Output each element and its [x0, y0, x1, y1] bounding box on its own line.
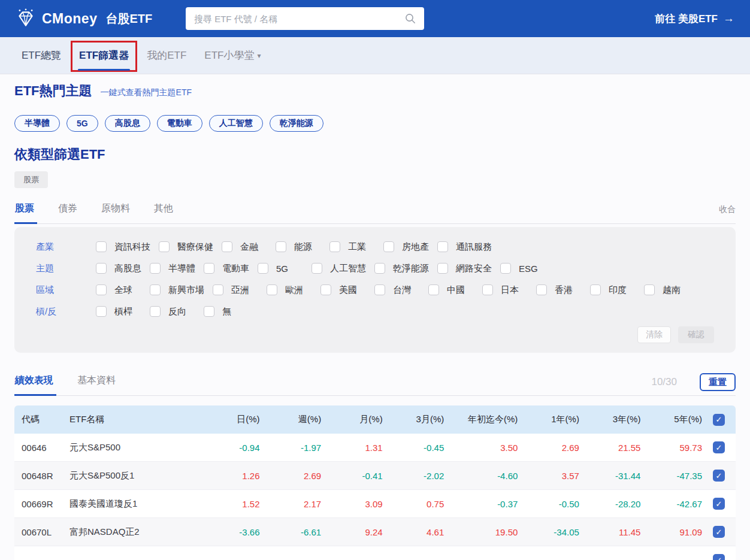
topic-button[interactable]: 人工智慧 — [209, 115, 263, 132]
tab-stock[interactable]: 股票 — [14, 199, 35, 223]
tab-commodity[interactable]: 原物料 — [101, 199, 131, 223]
row-checkbox-checked[interactable]: ✓ — [713, 554, 725, 560]
checkbox-unchecked[interactable] — [437, 241, 448, 252]
nav-item-etf-screener[interactable]: ETF篩選器 — [79, 37, 129, 74]
topic-button[interactable]: 電動車 — [157, 115, 202, 132]
filter-option[interactable]: 無 — [204, 304, 249, 319]
main-content: ETF熱門主題 一鍵式查看熱門主題ETF 半導體5G高股息電動車人工智慧乾淨能源… — [0, 74, 750, 560]
filter-option[interactable]: 能源 — [276, 239, 321, 255]
search-icon[interactable] — [405, 13, 416, 24]
table-row[interactable]: 00670L富邦NASDAQ正2-3.66-6.619.244.6119.50-… — [14, 518, 736, 546]
filter-option[interactable]: 乾淨能源 — [374, 261, 429, 276]
checkbox-unchecked[interactable] — [96, 284, 107, 295]
filter-option[interactable]: 反向 — [150, 304, 195, 319]
reset-button[interactable]: 重置 — [700, 373, 736, 391]
filter-option[interactable]: 電動車 — [204, 261, 249, 276]
checkbox-unchecked[interactable] — [428, 284, 439, 295]
checkbox-unchecked[interactable] — [150, 263, 161, 274]
checkbox-unchecked[interactable] — [500, 263, 511, 274]
collapse-toggle[interactable]: 收合 — [719, 204, 736, 223]
filter-option[interactable]: 香港 — [536, 282, 582, 298]
cell-value: 59.73 — [640, 443, 702, 453]
checkbox-unchecked[interactable] — [320, 284, 331, 295]
checkbox-unchecked[interactable] — [150, 284, 161, 295]
filter-option[interactable]: 美國 — [320, 282, 366, 298]
checkbox-unchecked[interactable] — [267, 284, 277, 295]
filter-option[interactable]: 印度 — [590, 282, 636, 298]
filter-option[interactable]: 台灣 — [374, 282, 420, 298]
checkbox-unchecked[interactable] — [204, 263, 214, 274]
checkbox-unchecked[interactable] — [213, 284, 223, 295]
selected-type-chip[interactable]: 股票 — [14, 171, 48, 188]
brand-name: CMoney — [42, 11, 97, 27]
filter-option[interactable]: 網路安全 — [437, 261, 492, 276]
tab-bond[interactable]: 債券 — [58, 199, 78, 223]
filter-option[interactable]: 歐洲 — [267, 282, 312, 298]
nav-item-etf-school[interactable]: ETF小學堂▾ — [204, 37, 261, 74]
filter-option[interactable]: 人工智慧 — [312, 261, 366, 276]
filter-option[interactable]: ESG — [500, 261, 546, 276]
filter-option[interactable]: 資訊科技 — [96, 239, 150, 255]
checkbox-unchecked[interactable] — [482, 284, 493, 295]
header-checkbox-checked[interactable]: ✓ — [713, 414, 725, 426]
topic-button[interactable]: 乾淨能源 — [270, 115, 323, 132]
filter-option[interactable]: 亞洲 — [213, 282, 258, 298]
row-checkbox-checked[interactable]: ✓ — [713, 498, 725, 510]
filter-option[interactable]: 醫療保健 — [159, 239, 213, 255]
checkbox-unchecked[interactable] — [312, 263, 322, 274]
filter-option-label: 新興市場 — [168, 284, 204, 296]
checkbox-unchecked[interactable] — [258, 263, 268, 274]
filter-option[interactable]: 中國 — [428, 282, 474, 298]
filter-option[interactable]: 通訊服務 — [437, 239, 492, 255]
checkbox-unchecked[interactable] — [590, 284, 601, 295]
go-to-us-etf-link[interactable]: 前往 美股ETF → — [655, 12, 734, 26]
topic-button[interactable]: 高股息 — [105, 115, 150, 132]
filter-option[interactable]: 半導體 — [150, 261, 195, 276]
nav-item-etf-overview[interactable]: ETF總覽 — [22, 37, 61, 74]
filter-option[interactable]: 越南 — [644, 282, 689, 298]
topic-button[interactable]: 5G — [66, 115, 98, 132]
checkbox-unchecked[interactable] — [96, 306, 107, 317]
performance-table: 代碼ETF名稱日(%)週(%)月(%)3月(%)年初迄今(%)1年(%)3年(%… — [14, 405, 736, 560]
checkbox-unchecked[interactable] — [159, 241, 170, 252]
cmoney-logo[interactable]: CMoney 台股ETF — [16, 8, 152, 29]
checkbox-unchecked[interactable] — [374, 263, 385, 274]
checkbox-unchecked[interactable] — [96, 241, 107, 252]
tab-basic-info[interactable]: 基本資料 — [77, 371, 116, 395]
checkbox-unchecked[interactable] — [222, 241, 232, 252]
table-row[interactable]: ✓ — [14, 546, 736, 560]
tab-other[interactable]: 其他 — [153, 199, 174, 223]
checkbox-unchecked[interactable] — [204, 306, 214, 317]
nav-item-my-etf[interactable]: 我的ETF — [147, 37, 186, 74]
filter-option[interactable]: 高股息 — [96, 261, 141, 276]
checkbox-unchecked[interactable] — [276, 241, 286, 252]
checkbox-unchecked[interactable] — [383, 241, 394, 252]
search-input[interactable] — [194, 14, 405, 24]
clear-button[interactable]: 清除 — [637, 326, 671, 343]
checkbox-unchecked[interactable] — [150, 306, 161, 317]
filter-option[interactable]: 新興市場 — [150, 282, 204, 298]
filter-option[interactable]: 房地產 — [383, 239, 429, 255]
checkbox-unchecked[interactable] — [329, 241, 340, 252]
checkbox-unchecked[interactable] — [374, 284, 385, 295]
table-row[interactable]: 00646元大S&P500-0.94-1.971.31-0.453.502.69… — [14, 434, 736, 462]
table-row[interactable]: 00669R國泰美國道瓊反11.522.173.090.75-0.37-0.50… — [14, 490, 736, 518]
checkbox-unchecked[interactable] — [536, 284, 547, 295]
topic-button[interactable]: 半導體 — [14, 115, 60, 132]
filter-option[interactable]: 全球 — [96, 282, 141, 298]
filter-option[interactable]: 工業 — [329, 239, 375, 255]
filter-option[interactable]: 金融 — [222, 239, 267, 255]
checkbox-unchecked[interactable] — [96, 263, 107, 274]
checkbox-unchecked[interactable] — [437, 263, 448, 274]
filter-option[interactable]: 5G — [258, 261, 303, 276]
confirm-button[interactable]: 確認 — [678, 326, 714, 343]
row-checkbox-checked[interactable]: ✓ — [713, 526, 725, 538]
cell-value: 1.52 — [198, 499, 260, 509]
filter-option[interactable]: 槓桿 — [96, 304, 141, 319]
filter-option[interactable]: 日本 — [482, 282, 528, 298]
table-row[interactable]: 00648R元大S&P500反11.262.69-0.41-2.02-4.603… — [14, 462, 736, 490]
tab-performance[interactable]: 績效表現 — [14, 371, 54, 395]
row-checkbox-checked[interactable]: ✓ — [713, 441, 725, 453]
checkbox-unchecked[interactable] — [644, 284, 655, 295]
row-checkbox-checked[interactable]: ✓ — [713, 470, 725, 482]
